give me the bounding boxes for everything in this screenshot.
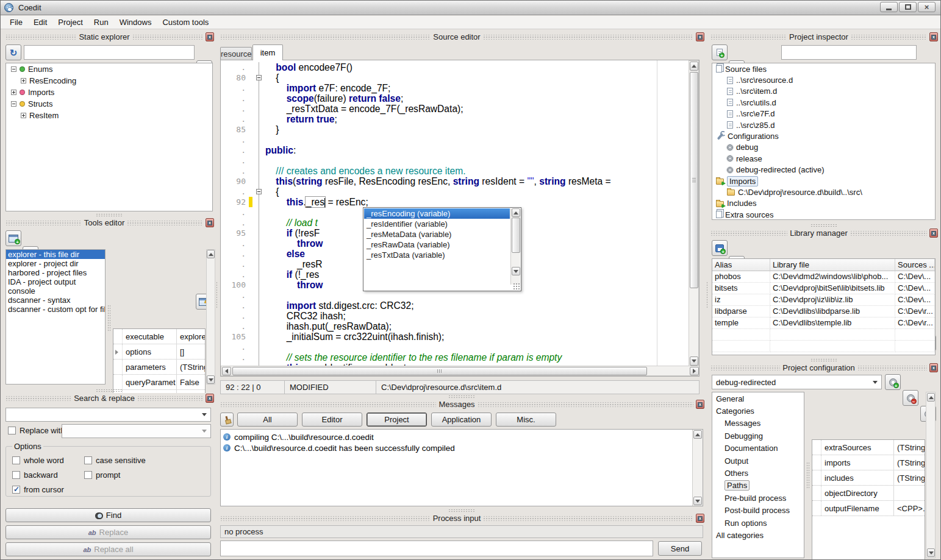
completion-item[interactable]: _resRawData (variable)	[364, 239, 510, 250]
code-line[interactable]: . return true;	[221, 114, 689, 124]
popup-scrollbar[interactable]	[510, 208, 520, 285]
code-line[interactable]: .	[221, 342, 689, 352]
table-row[interactable]: phobosC:\Dev\dmd2\windows\lib\phob...C:\…	[712, 271, 935, 283]
option-checkbox-from-cursor[interactable]: from cursor	[12, 485, 84, 494]
fold-margin[interactable]	[254, 207, 265, 218]
panel-close-button[interactable]: x	[206, 32, 214, 41]
tree-item[interactable]: release	[712, 153, 935, 164]
splitter[interactable]	[107, 291, 112, 346]
option-checkbox-backward[interactable]: backward	[12, 470, 84, 480]
tree-item[interactable]: ..\src\z85.d	[712, 119, 935, 130]
table-row[interactable]: templeC:\Dev\dlibs\temple.libC:\Dev\r...	[712, 317, 935, 329]
code-line[interactable]: . {	[221, 186, 689, 197]
fold-margin[interactable]	[254, 135, 265, 145]
scrollbar[interactable]	[926, 392, 936, 558]
search-replace-header[interactable]: Search & replace x	[3, 393, 215, 403]
tree-item[interactable]: ..\src\utils.d	[712, 97, 935, 108]
completion-item[interactable]: _resTxtData (variable)	[364, 250, 510, 260]
tree-item[interactable]: debug-redirected (active)	[712, 165, 935, 175]
filter-button-project[interactable]: Project	[367, 413, 427, 427]
code-line[interactable]: 90 this(string resFile, ResEncoding resE…	[221, 176, 689, 186]
code-line[interactable]: . scope(failure) return false;	[221, 93, 689, 104]
add-library-button[interactable]: +	[712, 240, 728, 256]
fold-margin[interactable]	[254, 155, 265, 166]
fold-collapse-icon[interactable]	[256, 75, 262, 80]
splitter[interactable]	[3, 213, 215, 218]
tree-item[interactable]: debug	[712, 142, 935, 153]
fold-collapse-icon[interactable]	[256, 189, 262, 194]
tree-item[interactable]: Imports	[6, 87, 212, 98]
fold-margin[interactable]	[254, 238, 265, 249]
code-line[interactable]: 80 {	[221, 73, 689, 83]
category-item[interactable]: Debugging	[712, 430, 804, 442]
popup-resize-grip[interactable]	[513, 283, 520, 290]
send-button[interactable]: Send	[658, 541, 702, 556]
property-value[interactable]: <CPP>..\	[893, 501, 925, 516]
expander-icon[interactable]	[11, 66, 16, 72]
fold-margin[interactable]	[254, 176, 265, 186]
category-item[interactable]: Pre-build process	[712, 492, 804, 504]
titlebar[interactable]: Coedit ×	[1, 1, 941, 15]
fold-margin[interactable]	[254, 93, 265, 104]
code-line[interactable]: .	[221, 155, 689, 166]
option-checkbox-prompt[interactable]: prompt	[84, 470, 204, 480]
fold-margin[interactable]	[254, 145, 265, 155]
property-value[interactable]: explorer	[176, 329, 205, 344]
category-item[interactable]: Categories	[712, 405, 804, 417]
fold-margin[interactable]	[254, 290, 265, 300]
code-line[interactable]: .	[221, 290, 689, 300]
tool-list-item[interactable]: IDA - project output	[6, 277, 105, 286]
search-term-combobox[interactable]	[5, 408, 211, 422]
menu-custom-tools[interactable]: Custom tools	[157, 16, 214, 28]
replace-term-combobox[interactable]	[62, 424, 211, 438]
project-configuration-header[interactable]: Project configuration x	[708, 363, 939, 373]
fold-margin[interactable]	[254, 352, 265, 363]
fold-margin[interactable]	[254, 300, 265, 311]
code-line[interactable]: 92 this._res = resEnc;	[221, 197, 689, 207]
code-line[interactable]: . ihash.put(_resRawData);	[221, 321, 689, 331]
table-row[interactable]: bitsetsC:\Dev\dproj\bitSet\lib\bitsets.l…	[712, 283, 935, 294]
fold-margin[interactable]	[254, 269, 265, 280]
panel-close-button[interactable]: x	[206, 218, 214, 227]
property-row[interactable]: imports(TStringL	[812, 455, 925, 470]
fold-margin[interactable]	[254, 259, 265, 269]
tool-list-item[interactable]: console	[6, 286, 105, 296]
property-row[interactable]: outputFilename<CPP>..\	[812, 501, 925, 516]
tool-list-item[interactable]: harbored - project files	[6, 268, 105, 277]
fold-margin[interactable]	[254, 104, 265, 114]
filter-button-application[interactable]: Application	[431, 413, 492, 427]
refresh-button[interactable]: ↻	[5, 44, 21, 60]
property-row[interactable]: parameters(TStringL	[113, 360, 205, 375]
expander-icon[interactable]	[11, 90, 16, 95]
property-value[interactable]: (TStringL	[893, 470, 925, 485]
source-editor-header[interactable]: Source editor x	[218, 32, 706, 42]
category-item[interactable]: Post-build process	[712, 505, 804, 517]
code-line[interactable]: 105 _initialSum = crc322uint(ihash.finis…	[221, 331, 689, 342]
tree-item[interactable]: ResEncoding	[6, 75, 212, 87]
category-item[interactable]: Documentation	[712, 442, 804, 455]
editor-vscrollbar[interactable]	[689, 60, 699, 367]
panel-close-button[interactable]: x	[929, 229, 938, 238]
code-line[interactable]: . // sets the resource identifier to the…	[221, 352, 689, 363]
category-item[interactable]: All categories	[712, 529, 804, 541]
category-item[interactable]: Others	[712, 467, 804, 479]
code-line[interactable]: . bool encodee7F()	[221, 62, 689, 73]
column-header[interactable]: Alias	[712, 259, 770, 271]
close-button[interactable]: ×	[918, 2, 936, 12]
minimize-button[interactable]	[880, 2, 898, 12]
fold-margin[interactable]	[254, 166, 265, 176]
fold-margin[interactable]	[254, 62, 265, 73]
fold-margin[interactable]	[254, 321, 265, 331]
splitter[interactable]	[218, 508, 706, 513]
property-value[interactable]: (TStringL	[893, 440, 925, 455]
tree-item[interactable]: ..\src\resource.d	[712, 74, 935, 85]
message-line[interactable]: icompiling C:\...\build\resource.d.coedi…	[223, 431, 690, 442]
remove-configuration-button[interactable]: −	[903, 390, 918, 406]
category-item[interactable]: General	[712, 392, 804, 405]
panel-close-button[interactable]: x	[696, 32, 704, 41]
add-tool-button[interactable]: +	[5, 230, 21, 246]
fold-margin[interactable]	[254, 280, 265, 290]
fold-margin[interactable]	[254, 73, 265, 83]
splitter[interactable]	[708, 358, 939, 363]
add-configuration-button[interactable]: +	[885, 374, 901, 390]
